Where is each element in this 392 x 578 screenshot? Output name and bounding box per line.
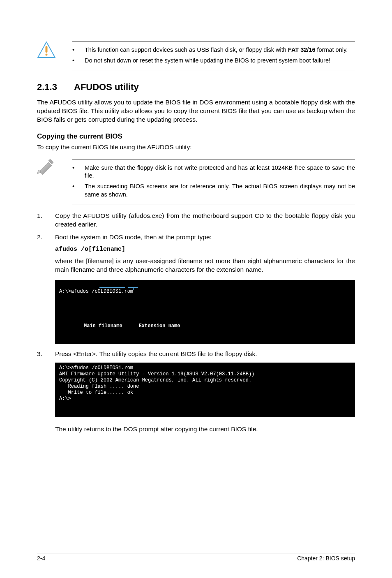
warning-item: • This function can support devices such… (72, 45, 355, 55)
page-footer: 2-4 Chapter 2: BIOS setup (37, 553, 355, 562)
terminal-line: A:\>afudos /oOLDBIOS1.rom (59, 289, 133, 294)
bullet: • (72, 164, 76, 180)
terminal-output: A:\>afudos /oOLDBIOS1.rom Main filename … (55, 280, 355, 344)
terminal-label-main: Main filename (84, 323, 122, 329)
pencil-icon (37, 159, 56, 176)
step-number: 3. (37, 350, 46, 358)
text: Do not shut down or reset the system whi… (85, 57, 355, 65)
text: Make sure that the floppy disk is not wr… (85, 164, 355, 180)
steps-list-cont: 3. Press <Enter>. The utility copies the… (37, 350, 355, 358)
step-item: 3. Press <Enter>. The utility copies the… (37, 350, 355, 358)
page-number: 2-4 (37, 555, 45, 562)
text: The succeeding BIOS screens are for refe… (85, 183, 355, 199)
note-item: • The succeeding BIOS screens are for re… (72, 181, 355, 200)
closing-paragraph: The utility returns to the DOS prompt af… (55, 425, 355, 434)
command-text: afudos /o[filename] (55, 246, 355, 253)
step-item: 2. Boot the system in DOS mode, then at … (37, 233, 355, 242)
step-item: 1. Copy the AFUDOS utility (afudos.exe) … (37, 212, 355, 229)
section-title: AFUDOS utility (74, 82, 139, 92)
terminal-label-ext: Extension name (139, 323, 180, 329)
step-text: Copy the AFUDOS utility (afudos.exe) fro… (55, 212, 355, 229)
step-text: Boot the system in DOS mode, then at the… (55, 233, 355, 242)
sub-intro: To copy the current BIOS file using the … (37, 143, 355, 152)
step-number: 1. (37, 212, 46, 229)
terminal-output: A:\>afudos /oOLDBIOS1.rom AMI Firmware U… (55, 363, 355, 417)
intro-paragraph: The AFUDOS utility allows you to update … (37, 98, 355, 124)
bullet: • (72, 183, 76, 199)
text: format only. (315, 46, 348, 53)
warning-icon (37, 41, 56, 58)
warning-item: • Do not shut down or reset the system w… (72, 55, 355, 66)
bullet: • (72, 46, 76, 54)
warning-content: • This function can support devices such… (72, 41, 355, 70)
section-heading: 2.1.3AFUDOS utility (37, 82, 355, 92)
note-callout: • Make sure that the floppy disk is not … (37, 159, 355, 204)
chapter-label: Chapter 2: BIOS setup (297, 555, 355, 562)
note-content: • Make sure that the floppy disk is not … (72, 159, 355, 204)
sub-heading: Copying the current BIOS (37, 132, 355, 141)
svg-rect-1 (46, 46, 48, 53)
section-number: 2.1.3 (37, 82, 74, 92)
text: This function can support devices such a… (85, 46, 288, 53)
warning-callout: • This function can support devices such… (37, 41, 355, 70)
steps-list: 1. Copy the AFUDOS utility (afudos.exe) … (37, 212, 355, 242)
svg-point-2 (46, 54, 48, 56)
step-text: Press <Enter>. The utility copies the cu… (55, 350, 355, 358)
bullet: • (72, 57, 76, 65)
step-description: where the [filename] is any user-assigne… (55, 257, 355, 274)
text-bold: FAT 32/16 (288, 46, 316, 53)
note-item: • Make sure that the floppy disk is not … (72, 163, 355, 181)
step-number: 2. (37, 233, 46, 242)
